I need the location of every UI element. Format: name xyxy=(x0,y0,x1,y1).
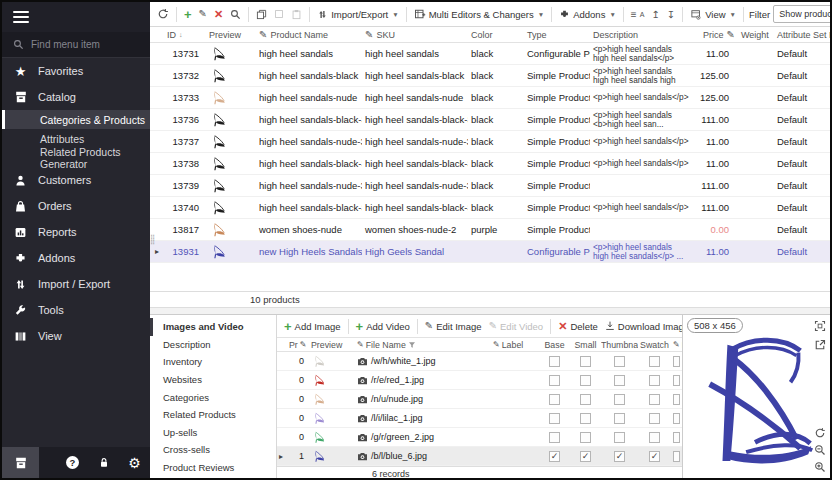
sidebar-item-categories-products[interactable]: Categories & Products xyxy=(2,110,150,129)
help-button[interactable]: ? xyxy=(57,456,88,469)
sidebar-item-tools[interactable]: Tools xyxy=(2,297,150,323)
edit-video-button[interactable]: ✎Edit Video xyxy=(487,320,546,333)
multi-editors-menu[interactable]: Multi Editors & Changers▼ xyxy=(412,7,547,21)
checkbox[interactable]: ✓ xyxy=(614,451,625,462)
search-button[interactable] xyxy=(228,8,243,21)
cell-file-name[interactable]: /b/l/blue_6.jpg xyxy=(355,451,491,461)
image-row[interactable]: 0 /g/r/green_2.jpg xyxy=(277,428,682,447)
sidebar-item-related-products-generator[interactable]: Related Products Generator xyxy=(2,148,150,167)
col-price[interactable]: Price✎ xyxy=(692,30,738,40)
detail-tab-related-products[interactable]: Related Products xyxy=(150,406,276,424)
collapse-tree-button[interactable]: ↧ xyxy=(665,8,677,21)
image-row[interactable]: ▸1 /b/l/blue_6.jpg✓✓✓✓ xyxy=(277,447,682,466)
cell-priority[interactable]: 0 xyxy=(287,413,309,423)
detail-tab-categories[interactable]: Categories xyxy=(150,388,276,406)
checkbox[interactable] xyxy=(549,394,560,405)
detail-tab-cross-sells[interactable]: Cross-sells xyxy=(150,441,276,459)
checkbox[interactable] xyxy=(673,375,680,386)
col-sku[interactable]: ✎SKU xyxy=(362,30,468,40)
sidebar-item-orders[interactable]: Orders xyxy=(2,193,150,219)
paste-button[interactable] xyxy=(289,8,304,21)
download-image-button[interactable]: Download Image xyxy=(603,320,682,333)
add-video-button[interactable]: +Add Video xyxy=(354,319,412,334)
cell-price[interactable]: 111.00 xyxy=(692,180,738,191)
row-selector[interactable]: ▸ xyxy=(277,452,287,461)
product-row[interactable]: 13737 high heel sandals-nude-36high heel… xyxy=(150,131,830,153)
add-image-button[interactable]: +Add Image xyxy=(282,319,343,334)
fullscreen-icon[interactable] xyxy=(814,320,826,332)
sidebar-item-catalog[interactable]: Catalog xyxy=(2,84,150,110)
horizontal-splitter[interactable] xyxy=(150,307,830,314)
col-exclude[interactable]: ✎Exclude xyxy=(671,340,682,350)
detail-tab-product-reviews[interactable]: Product Reviews xyxy=(150,459,276,477)
cell-product-name[interactable]: high heel sandals-black-37 xyxy=(256,158,362,169)
col-file-name[interactable]: ✎File Name xyxy=(355,340,491,350)
checkbox[interactable] xyxy=(673,432,680,443)
delete-image-button[interactable]: ✕Delete xyxy=(556,320,600,333)
detail-tab-websites[interactable]: Websites xyxy=(150,371,276,389)
col-attribute-set[interactable]: Attribute Set Name xyxy=(774,30,830,40)
checkbox[interactable] xyxy=(614,375,625,386)
col-img-preview[interactable]: Preview xyxy=(309,340,355,350)
checkbox[interactable] xyxy=(549,356,560,367)
checkbox[interactable] xyxy=(614,432,625,443)
cell-price[interactable]: 11.00 xyxy=(692,158,738,169)
col-id[interactable]: ID↓ xyxy=(164,30,206,40)
cell-sku[interactable]: high heel sandals-black-37 xyxy=(362,158,468,169)
checkbox[interactable] xyxy=(580,413,591,424)
cell-file-name[interactable]: /l/i/lilac_1.jpg xyxy=(355,413,491,423)
product-row[interactable]: 13740 high heel sandals-black-38high hee… xyxy=(150,197,830,219)
cell-product-name[interactable]: high heel sandals xyxy=(256,48,362,59)
cut-button[interactable] xyxy=(272,8,286,20)
sort-az-button[interactable]: ≡A xyxy=(629,8,647,21)
cell-file-name[interactable]: /n/u/nude.jpg xyxy=(355,394,491,404)
edit-image-button[interactable]: ✎Edit Image xyxy=(423,320,484,333)
detail-tab-images-and-video[interactable]: Images and Video xyxy=(150,318,276,336)
cell-priority[interactable]: 0 xyxy=(287,356,309,366)
cell-sku[interactable]: high heel sandals-nude-36 xyxy=(362,136,468,147)
col-type[interactable]: Type xyxy=(524,30,590,40)
delete-product-button[interactable]: ✕ xyxy=(212,8,225,21)
expand-tree-button[interactable]: ↥ xyxy=(649,8,661,21)
cell-product-name[interactable]: high heel sandals-nude-37 xyxy=(256,180,362,191)
zoom-out-icon[interactable] xyxy=(814,444,826,456)
cell-product-name[interactable]: high heel sandals-nude xyxy=(256,92,362,103)
row-selector[interactable]: ▸ xyxy=(150,247,164,256)
store-button[interactable] xyxy=(2,447,39,478)
col-label[interactable]: ✎Label xyxy=(491,340,539,350)
checkbox[interactable] xyxy=(614,413,625,424)
cell-price[interactable]: 111.00 xyxy=(692,202,738,213)
col-description[interactable]: Description xyxy=(590,30,692,40)
checkbox[interactable] xyxy=(580,432,591,443)
settings-button[interactable]: ⚙ xyxy=(119,456,150,470)
product-row[interactable]: 13739 high heel sandals-nude-37high heel… xyxy=(150,175,830,197)
cell-price[interactable]: 125.00 xyxy=(692,92,738,103)
checkbox[interactable] xyxy=(673,451,680,462)
checkbox[interactable] xyxy=(673,394,680,405)
addons-menu[interactable]: Addons▼ xyxy=(557,8,618,21)
cell-price[interactable]: 0.00 xyxy=(692,224,738,235)
checkbox[interactable]: ✓ xyxy=(580,451,591,462)
checkbox[interactable] xyxy=(673,356,680,367)
image-row[interactable]: 0 /n/u/nude.jpg xyxy=(277,390,682,409)
col-pr[interactable]: Pr✎ xyxy=(287,340,309,350)
checkbox[interactable] xyxy=(673,413,680,424)
refresh-button[interactable] xyxy=(155,7,171,21)
product-row[interactable]: 13736 high heel sandals-black-36high hee… xyxy=(150,109,830,131)
checkbox[interactable]: ✓ xyxy=(649,451,660,462)
col-preview[interactable]: Preview xyxy=(206,30,256,40)
rotate-icon[interactable] xyxy=(814,427,826,439)
cell-sku[interactable]: high heel sandals-black-36 xyxy=(362,114,468,125)
checkbox[interactable] xyxy=(649,413,660,424)
checkbox[interactable] xyxy=(580,375,591,386)
sidebar-item-customers[interactable]: Customers xyxy=(2,167,150,193)
copy-button[interactable] xyxy=(254,8,269,21)
cell-priority[interactable]: 0 xyxy=(287,375,309,385)
cell-priority[interactable]: 0 xyxy=(287,432,309,442)
checkbox[interactable] xyxy=(580,356,591,367)
cell-sku[interactable]: High Geels Sandal xyxy=(362,246,468,257)
add-product-button[interactable]: + xyxy=(182,7,194,22)
col-base[interactable]: Base xyxy=(539,340,570,350)
zoom-in-icon[interactable] xyxy=(814,461,826,473)
product-row[interactable]: 13732 high heel sandals-blackhigh heel s… xyxy=(150,65,830,87)
